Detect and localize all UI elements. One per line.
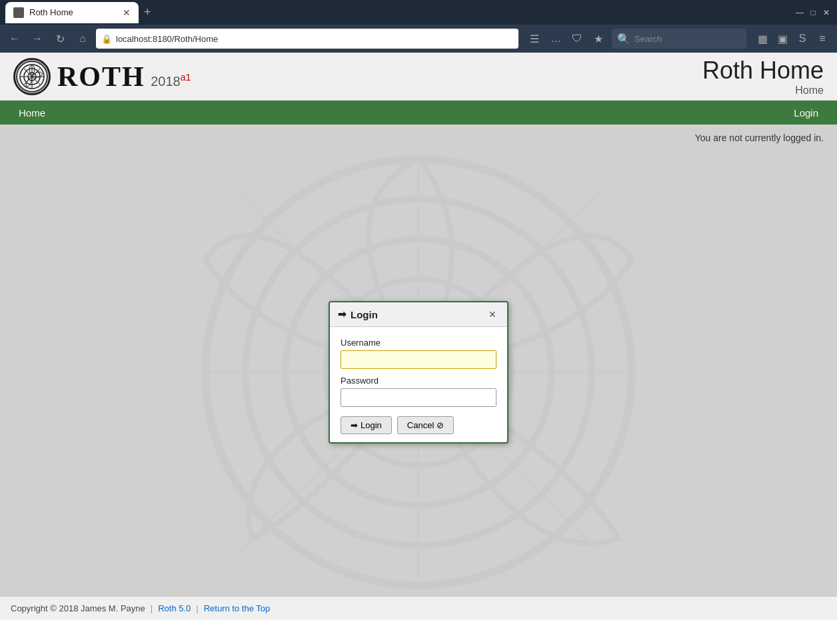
pocket-icon[interactable]: 🛡 (568, 29, 586, 48)
home-button[interactable]: ⌂ (73, 29, 92, 48)
app-main: You are not currently logged in. ➡ Login… (0, 125, 837, 620)
bookmark-icon[interactable]: ★ (589, 29, 608, 48)
toolbar-icons: ☰ … 🛡 ★ (525, 29, 608, 48)
return-to-top-link[interactable]: Return to the Top (204, 603, 271, 613)
app-header-subtitle: Home (702, 85, 824, 97)
cancel-btn-icon: ⊘ (436, 420, 444, 430)
search-input[interactable] (634, 34, 741, 44)
menu-icon[interactable]: ≡ (813, 29, 832, 48)
minimize-button[interactable]: — (794, 7, 805, 18)
login-btn-icon: ➡ (351, 420, 358, 430)
app-footer: Copyright © 2018 James M. Payne | Roth 5… (0, 596, 837, 620)
modal-overlay: ➡ Login ✕ Username Password ➡ Login Canc… (0, 125, 837, 620)
username-label: Username (341, 338, 496, 348)
maximize-button[interactable]: □ (808, 7, 818, 18)
page-icon[interactable]: ☰ (525, 29, 544, 48)
window-controls: — □ ✕ (794, 7, 832, 18)
address-bar[interactable]: 🔒 localhost:8180/Roth/Home (96, 29, 518, 49)
login-modal: ➡ Login ✕ Username Password ➡ Login Canc… (329, 301, 508, 444)
logo-inner-circle (16, 61, 48, 93)
app-logo: ROTH 2018a1 (13, 58, 191, 95)
modal-close-button[interactable]: ✕ (486, 308, 499, 321)
search-icon: 🔍 (617, 33, 630, 45)
password-label: Password (341, 376, 496, 386)
login-arrow-icon: ➡ (338, 308, 347, 320)
logo-circle (13, 58, 51, 95)
address-text: localhost:8180/Roth/Home (116, 34, 218, 44)
app-title: ROTH (57, 61, 145, 92)
app-header: ROTH 2018a1 Roth Home Home (0, 53, 837, 101)
app-header-right: Roth Home Home (702, 57, 824, 97)
modal-body: Username Password ➡ Login Cancel ⊘ (330, 327, 507, 442)
footer-sep-2: | (196, 603, 198, 613)
username-input[interactable] (341, 350, 496, 369)
forward-button[interactable]: → (28, 29, 47, 48)
browser-toolbar: ← → ↻ ⌂ 🔒 localhost:8180/Roth/Home ☰ … 🛡… (0, 25, 837, 53)
footer-sep-1: | (151, 603, 153, 613)
close-window-button[interactable]: ✕ (821, 7, 832, 18)
back-button[interactable]: ← (5, 29, 24, 48)
cancel-btn-label: Cancel (407, 420, 434, 430)
cancel-button[interactable]: Cancel ⊘ (397, 416, 454, 434)
app-version: 2018a1 (151, 74, 191, 89)
app-title-group: ROTH 2018a1 (57, 61, 191, 93)
more-icon[interactable]: … (546, 29, 565, 48)
nav-home[interactable]: Home (11, 101, 53, 125)
refresh-button[interactable]: ↻ (51, 29, 69, 48)
login-button[interactable]: ➡ Login (341, 416, 392, 434)
tab-close-icon[interactable]: ✕ (123, 7, 131, 18)
app-nav: Home Login (0, 101, 837, 125)
copyright-text: Copyright © 2018 James M. Payne (11, 603, 145, 613)
library-icon[interactable]: ▦ (753, 29, 772, 48)
nav-login[interactable]: Login (786, 101, 826, 125)
browser-tab[interactable]: Roth Home ✕ (5, 2, 139, 23)
security-icon: 🔒 (101, 34, 112, 44)
modal-title: ➡ Login (338, 308, 378, 320)
app-header-title: Roth Home (702, 57, 824, 85)
new-tab-button[interactable]: + (144, 5, 151, 19)
logo-celtic-svg (17, 62, 47, 91)
password-input[interactable] (341, 388, 496, 407)
roth-version-link[interactable]: Roth 5.0 (158, 603, 191, 613)
form-buttons: ➡ Login Cancel ⊘ (341, 416, 496, 434)
sidebar-icon[interactable]: ▣ (773, 29, 792, 48)
browser-titlebar: Roth Home ✕ + — □ ✕ (0, 0, 837, 25)
firefox-icons: ▦ ▣ S ≡ (753, 29, 832, 48)
sync-icon[interactable]: S (793, 29, 812, 48)
tab-favicon (13, 7, 24, 18)
tab-title: Roth Home (29, 7, 73, 17)
modal-header: ➡ Login ✕ (330, 302, 507, 327)
search-bar[interactable]: 🔍 (612, 29, 746, 49)
login-btn-label: Login (361, 420, 382, 430)
